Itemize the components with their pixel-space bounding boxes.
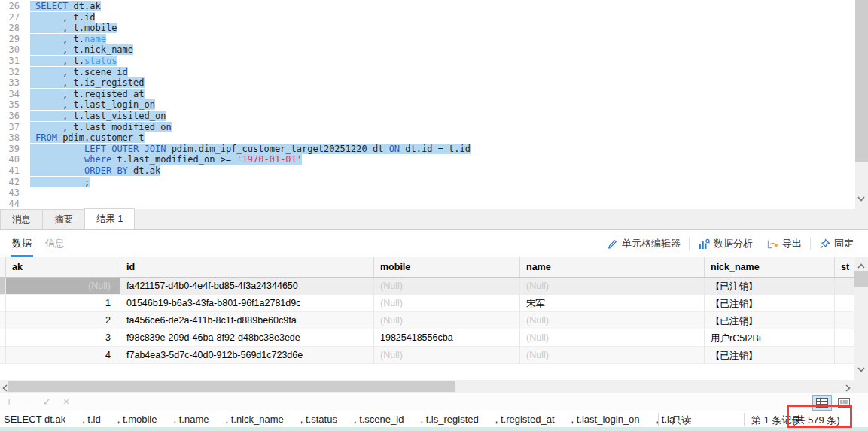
pin-button[interactable]: 固定 [812,235,860,252]
grid-cell-nick_name[interactable]: 【已注销】 [705,312,835,329]
code-line[interactable]: 43 [0,187,868,199]
code-line[interactable]: 31 , t.status [0,56,868,67]
row-selector-gutter[interactable] [0,347,6,364]
grid-cell-ak[interactable]: 4 [6,347,120,364]
grid-cell-st[interactable] [835,278,854,295]
code-line[interactable]: 26SELECT dt.ak [0,1,868,12]
cell-editor-button[interactable]: 单元格编辑器 [600,235,687,252]
line-number[interactable]: 28 [0,23,30,34]
grid-cell-ak[interactable]: 1 [6,295,120,312]
grid-cell-mobile[interactable]: (Null) [374,312,520,329]
grid-cell-ak[interactable]: 3 [6,329,120,347]
code-line[interactable]: 34 , t.registed_at [0,89,868,100]
add-row-icon[interactable]: + [6,396,12,408]
code-line[interactable]: 37 , t.last_modified_on [0,122,868,133]
row-selector-gutter[interactable] [0,295,6,312]
grid-cell-st[interactable] [835,312,854,329]
code-line[interactable]: 38FROM pdim.customer t [0,132,868,144]
line-number[interactable]: 26 [0,1,30,12]
line-number[interactable]: 36 [0,111,30,122]
grid-cell-nick_name[interactable]: 【已注销】 [705,278,835,295]
line-number[interactable]: 29 [0,34,30,45]
code-line[interactable]: 32 , t.scene_id [0,67,868,78]
grid-cell-id[interactable]: fa421157-d4b0-4e4f-bd85-4f3a24344650 [120,278,374,295]
tab-result-1[interactable]: 结果 1 [84,208,135,229]
line-text[interactable]: ; [30,177,90,187]
grid-cell-name[interactable]: (Null) [520,278,705,295]
line-number[interactable]: 30 [0,44,30,56]
grid-cell-ak[interactable]: 2 [6,312,120,329]
subtab-data[interactable]: 数据 [11,237,33,257]
scrollbar-thumb[interactable] [8,381,455,392]
code-line[interactable]: 28 , t.mobile [0,23,868,34]
table-row[interactable]: (Null)fa421157-d4b0-4e4f-bd85-4f3a243446… [0,278,854,295]
line-number[interactable]: 27 [0,12,30,23]
line-text[interactable]: , t.is_registed [30,77,145,88]
table-row[interactable]: 3f98c839e-209d-46ba-8f92-d48bc38e3ede198… [0,329,854,347]
grid-cell-name[interactable]: (Null) [520,329,705,347]
tab-summary[interactable]: 摘要 [42,209,85,229]
scrollbar-thumb[interactable] [855,0,868,162]
line-number[interactable]: 42 [0,177,30,188]
grid-cell-mobile[interactable]: (Null) [374,278,520,295]
grid-cell-st[interactable] [835,329,854,347]
line-number[interactable]: 31 [0,56,30,67]
line-number[interactable]: 37 [0,122,30,133]
export-button[interactable]: 导出 [760,235,809,252]
column-header-mobile[interactable]: mobile [374,257,520,277]
code-line[interactable]: 40 where t.last_modified_on >= '1970-01-… [0,154,868,165]
line-text[interactable] [30,199,35,209]
column-header-ak[interactable]: ak [6,257,120,277]
code-line[interactable]: 35 , t.last_login_on [0,99,868,111]
grid-cell-id[interactable]: 01546b19-b6a3-43fa-b801-96f1a2781d9c [120,295,374,312]
discard-changes-icon[interactable]: × [63,396,69,408]
line-number[interactable]: 44 [0,199,30,209]
line-text[interactable]: , t.registed_at [30,89,145,99]
grid-cell-mobile[interactable]: 19825418556cba [374,329,520,347]
code-line[interactable]: 44 [0,199,868,209]
line-text[interactable]: , t.mobile [30,23,117,33]
grid-vertical-scrollbar[interactable] [854,257,868,380]
line-number[interactable]: 39 [0,144,30,155]
line-number[interactable]: 34 [0,89,30,100]
column-header-name[interactable]: name [520,257,705,277]
code-area[interactable]: 26SELECT dt.ak27 , t.id28 , t.mobile29 ,… [0,0,868,209]
line-number[interactable]: 43 [0,187,30,199]
subtab-info[interactable]: 信息 [44,237,66,255]
table-row[interactable]: 4f7ab4ea3-5d7c-40d0-912b-569d1c723d6e(Nu… [0,347,854,364]
line-number[interactable]: 41 [0,165,30,177]
grid-cell-id[interactable]: f98c839e-209d-46ba-8f92-d48bc38e3ede [120,329,374,347]
line-text[interactable]: , t.id [30,12,95,23]
code-line[interactable]: 27 , t.id [0,12,868,23]
grid-cell-name[interactable]: 宋军 [520,295,705,312]
grid-cell-id[interactable]: f7ab4ea3-5d7c-40d0-912b-569d1c723d6e [120,347,374,364]
delete-row-icon[interactable]: − [24,396,30,408]
row-selector-gutter[interactable] [0,329,6,347]
line-text[interactable]: , t.scene_id [30,67,128,77]
code-line[interactable]: 41 ORDER BY dt.ak [0,165,868,177]
grid-cell-mobile[interactable]: (Null) [374,347,520,364]
line-text[interactable]: , t.last_modified_on [30,122,172,132]
result-grid[interactable]: akidmobilenamenick_namest(Null)fa421157-… [0,257,854,380]
code-line[interactable]: 42 ; [0,177,868,188]
row-selector-gutter[interactable] [0,278,6,295]
tab-messages[interactable]: 消息 [0,209,43,229]
line-number[interactable]: 33 [0,77,30,89]
column-header-id[interactable]: id [120,257,374,277]
editor-vertical-scrollbar[interactable] [855,0,868,209]
sql-editor[interactable]: 26SELECT dt.ak27 , t.id28 , t.mobile29 ,… [0,0,868,209]
column-header-st[interactable]: st [835,257,854,277]
chevron-down-icon[interactable] [857,363,866,377]
line-text[interactable]: where t.last_modified_on >= '1970-01-01' [30,154,302,165]
grid-cell-ak[interactable]: (Null) [6,278,120,295]
line-text[interactable] [30,187,35,198]
scrollbar-thumb[interactable] [854,271,868,287]
grid-cell-st[interactable] [835,295,854,312]
line-text[interactable]: , t.last_login_on [30,99,155,110]
row-selector-gutter[interactable] [0,312,6,329]
code-line[interactable]: 33 , t.is_registed [0,77,868,89]
code-line[interactable]: 36 , t.last_visited_on [0,111,868,122]
line-text[interactable]: FROM pdim.customer t [30,132,145,143]
code-line[interactable]: 30 , t.nick_name [0,44,868,56]
chevron-down-icon[interactable] [857,193,866,206]
